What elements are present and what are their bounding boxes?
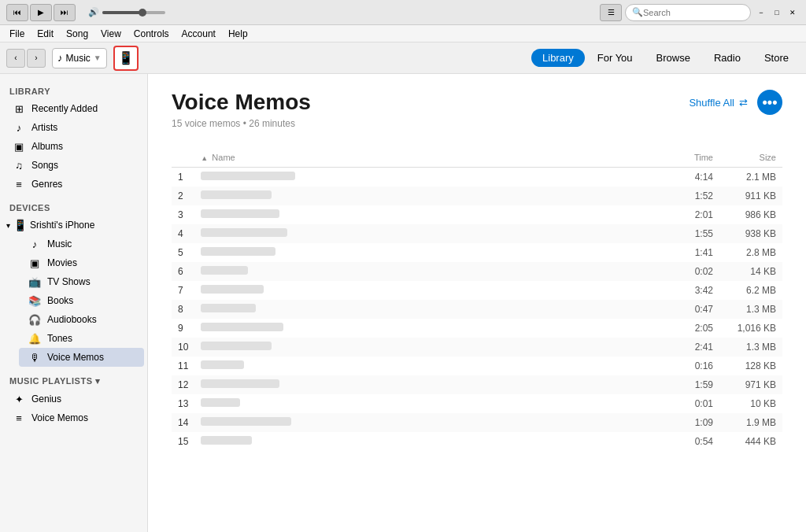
table-row[interactable]: 3 2:01 986 KB xyxy=(172,205,782,224)
sidebar-item-label: Books xyxy=(47,295,73,306)
sidebar-item-device-movies[interactable]: ▣ Movies xyxy=(19,253,144,272)
close-button[interactable]: ✕ xyxy=(786,6,800,20)
title-bar-right: ☰ 🔍 − □ ✕ xyxy=(600,4,800,21)
row-name xyxy=(194,262,672,281)
table-row[interactable]: 11 0:16 128 KB xyxy=(172,357,782,375)
table-row[interactable]: 1 4:14 2.1 MB xyxy=(172,168,782,187)
tab-radio[interactable]: Radio xyxy=(703,49,752,67)
table-row[interactable]: 15 0:54 444 KB xyxy=(172,432,782,451)
audiobooks-icon: 🎧 xyxy=(28,313,41,326)
play-button[interactable]: ▶ xyxy=(30,4,52,21)
device-button[interactable]: 📱 xyxy=(113,46,139,71)
tab-store[interactable]: Store xyxy=(753,49,800,67)
table-row[interactable]: 4 1:55 938 KB xyxy=(172,224,782,243)
content-area: Voice Memos 15 voice memos • 26 minutes … xyxy=(148,74,806,532)
sidebar-item-songs[interactable]: ♫ Songs xyxy=(3,156,144,175)
minimize-button[interactable]: − xyxy=(754,6,768,20)
row-size: 128 KB xyxy=(719,357,782,375)
fastforward-button[interactable]: ⏭ xyxy=(54,4,76,21)
more-options-button[interactable]: ••• xyxy=(757,90,782,115)
devices-section: Devices ▾ 📱 Srishti's iPhone ♪ Music ▣ M… xyxy=(0,197,147,367)
sidebar-item-device-voicememos[interactable]: 🎙 Voice Memos xyxy=(19,348,144,367)
row-name xyxy=(194,319,672,338)
table-row[interactable]: 14 1:09 1.9 MB xyxy=(172,413,782,432)
row-time: 3:42 xyxy=(672,281,719,300)
sidebar-item-label: Genius xyxy=(31,393,61,405)
row-time: 2:01 xyxy=(672,205,719,224)
nav-tabs: Library For You Browse Radio Store xyxy=(531,49,800,67)
genres-icon: ≡ xyxy=(13,178,25,190)
col-size[interactable]: Size xyxy=(719,148,782,168)
row-name xyxy=(194,338,672,357)
volume-slider[interactable] xyxy=(102,11,165,14)
menu-edit[interactable]: Edit xyxy=(31,27,60,41)
sidebar-item-label: Movies xyxy=(47,257,77,268)
row-number: 3 xyxy=(172,205,194,224)
sidebar-item-device-music[interactable]: ♪ Music xyxy=(19,235,144,253)
sidebar-item-recently-added[interactable]: ⊞ Recently Added xyxy=(3,99,144,118)
sidebar-item-genres[interactable]: ≡ Genres xyxy=(3,175,144,194)
search-box[interactable]: 🔍 xyxy=(625,4,751,21)
page-subtitle: 15 voice memos • 26 minutes xyxy=(172,118,311,129)
menu-controls[interactable]: Controls xyxy=(128,27,176,41)
sidebar-item-albums[interactable]: ▣ Albums xyxy=(3,137,144,156)
window-controls: − □ ✕ xyxy=(754,6,800,20)
table-row[interactable]: 12 1:59 971 KB xyxy=(172,375,782,394)
menu-song[interactable]: Song xyxy=(60,27,94,41)
toolbar: ‹ › ♪ Music ▼ 📱 Library For You Browse R… xyxy=(0,42,806,74)
sidebar-item-device-audiobooks[interactable]: 🎧 Audiobooks xyxy=(19,310,144,329)
list-view-button[interactable]: ☰ xyxy=(600,4,622,21)
tab-browse[interactable]: Browse xyxy=(645,49,701,67)
rewind-button[interactable]: ⏮ xyxy=(6,4,28,21)
device-parent-item[interactable]: ▾ 📱 Srishti's iPhone xyxy=(0,216,147,235)
sidebar-item-label: Music xyxy=(47,238,72,249)
row-time: 2:05 xyxy=(672,319,719,338)
playlists-section-label[interactable]: Music Playlists ▾ xyxy=(0,370,147,390)
forward-button[interactable]: › xyxy=(27,49,46,68)
shuffle-all-button[interactable]: Shuffle All ⇄ xyxy=(689,97,748,109)
blurred-name xyxy=(201,379,279,388)
table-row[interactable]: 8 0:47 1.3 MB xyxy=(172,300,782,319)
sidebar-item-device-tones[interactable]: 🔔 Tones xyxy=(19,329,144,348)
table-row[interactable]: 10 2:41 1.3 MB xyxy=(172,338,782,357)
tab-library[interactable]: Library xyxy=(531,49,585,67)
table-row[interactable]: 6 0:02 14 KB xyxy=(172,262,782,281)
sidebar-item-label: Songs xyxy=(31,160,58,171)
table-row[interactable]: 7 3:42 6.2 MB xyxy=(172,281,782,300)
shuffle-icon: ⇄ xyxy=(739,97,748,109)
tab-for-you[interactable]: For You xyxy=(586,49,644,67)
row-time: 1:55 xyxy=(672,224,719,243)
search-input[interactable] xyxy=(643,8,738,17)
sidebar-item-artists[interactable]: ♪ Artists xyxy=(3,118,144,137)
row-number: 6 xyxy=(172,262,194,281)
table-row[interactable]: 2 1:52 911 KB xyxy=(172,187,782,205)
volume-area: 🔊 xyxy=(88,7,165,17)
row-size: 2.8 MB xyxy=(719,243,782,262)
table-row[interactable]: 5 1:41 2.8 MB xyxy=(172,243,782,262)
row-number: 12 xyxy=(172,375,194,394)
sidebar-item-device-books[interactable]: 📚 Books xyxy=(19,291,144,310)
sidebar-item-playlist-voicememos[interactable]: ≡ Voice Memos xyxy=(3,408,144,427)
row-size: 14 KB xyxy=(719,262,782,281)
sidebar-item-device-tvshows[interactable]: 📺 TV Shows xyxy=(19,272,144,291)
title-area: Voice Memos 15 voice memos • 26 minutes xyxy=(172,90,311,129)
menu-view[interactable]: View xyxy=(94,27,128,41)
col-name[interactable]: ▲ Name xyxy=(194,148,672,168)
table-row[interactable]: 13 0:01 10 KB xyxy=(172,394,782,413)
row-time: 0:54 xyxy=(672,432,719,451)
page-title: Voice Memos xyxy=(172,90,311,115)
playlists-section: Music Playlists ▾ ✦ Genius ≡ Voice Memos xyxy=(0,370,147,427)
menu-help[interactable]: Help xyxy=(222,27,254,41)
row-size: 444 KB xyxy=(719,432,782,451)
menu-file[interactable]: File xyxy=(3,27,31,41)
col-time[interactable]: Time xyxy=(672,148,719,168)
back-button[interactable]: ‹ xyxy=(6,49,25,68)
row-size: 1,016 KB xyxy=(719,319,782,338)
maximize-button[interactable]: □ xyxy=(770,6,784,20)
sidebar-item-genius[interactable]: ✦ Genius xyxy=(3,390,144,408)
table-row[interactable]: 9 2:05 1,016 KB xyxy=(172,319,782,338)
menu-bar: File Edit Song View Controls Account Hel… xyxy=(0,25,806,42)
volume-icon: 🔊 xyxy=(88,7,99,17)
songs-icon: ♫ xyxy=(13,159,25,172)
menu-account[interactable]: Account xyxy=(176,27,222,41)
